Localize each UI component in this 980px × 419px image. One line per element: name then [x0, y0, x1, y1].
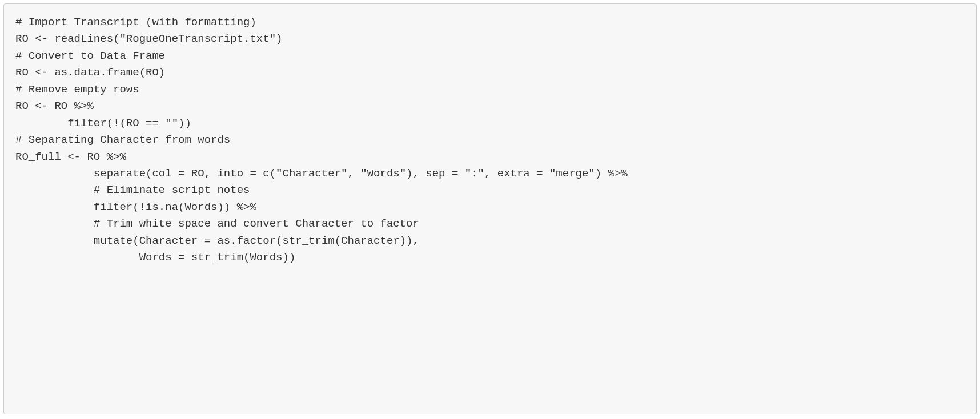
code-line: Words = str_trim(Words))	[15, 249, 965, 266]
code-block: # Import Transcript (with formatting)RO …	[3, 3, 977, 414]
code-line: # Trim white space and convert Character…	[15, 216, 965, 232]
code-line: # Import Transcript (with formatting)	[15, 14, 965, 31]
code-line: RO_full <- RO %>%	[15, 149, 965, 166]
code-line: # Remove empty rows	[15, 82, 965, 98]
code-line: RO <- RO %>%	[15, 98, 965, 115]
code-line: RO <- readLines("RogueOneTranscript.txt"…	[15, 31, 965, 47]
code-line: separate(col = RO, into = c("Character",…	[15, 166, 965, 182]
code-line: filter(!(RO == ""))	[15, 115, 965, 132]
code-line: filter(!is.na(Words)) %>%	[15, 199, 965, 216]
code-line: mutate(Character = as.factor(str_trim(Ch…	[15, 233, 965, 249]
code-line: # Convert to Data Frame	[15, 48, 965, 65]
code-line: # Separating Character from words	[15, 132, 965, 148]
code-line: # Eliminate script notes	[15, 182, 965, 199]
code-line: RO <- as.data.frame(RO)	[15, 65, 965, 81]
